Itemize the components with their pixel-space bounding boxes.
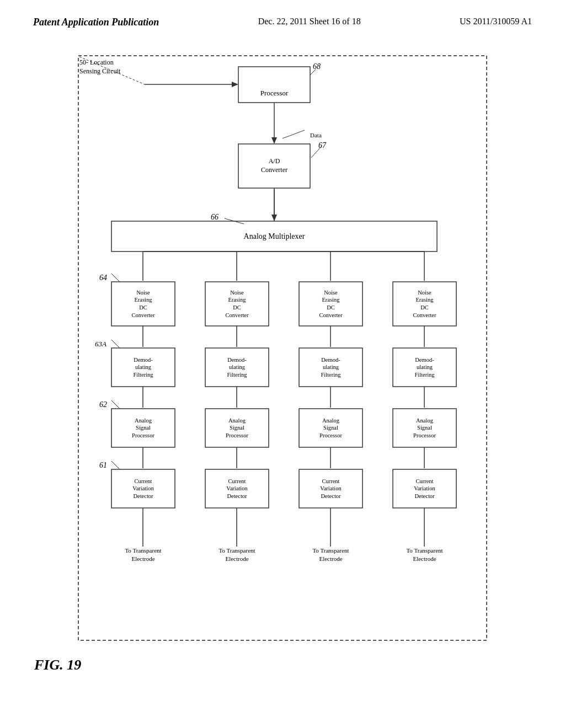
ref-63A: 63A: [95, 340, 106, 349]
electrode-col1: To TransparentElectrode: [109, 547, 178, 564]
cvd-col3: CurrentVariationDetector: [299, 469, 363, 508]
demod-col3: Demod-ulatingFiltering: [299, 348, 363, 387]
figure-label: FIG. 19: [34, 657, 81, 673]
patent-number: US 2011/310059 A1: [460, 17, 532, 26]
processor-block-label: Processor: [238, 75, 310, 111]
demod-col2: Demod-ulatingFiltering: [205, 348, 269, 387]
noise-erasing-col4: NoiseErasingDCConverter: [393, 282, 456, 326]
ad-converter-block-label: A/DConverter: [238, 144, 310, 188]
demod-col4: Demod-ulatingFiltering: [393, 348, 456, 387]
sheet-info: Dec. 22, 2011 Sheet 16 of 18: [258, 17, 361, 26]
electrode-col3: To TransparentElectrode: [296, 547, 365, 564]
analog-mux-text: Analog Multiplexer: [244, 232, 305, 241]
ref-68: 68: [313, 62, 321, 71]
ref-66: 66: [211, 213, 218, 222]
electrode-col2: To TransparentElectrode: [202, 547, 271, 564]
main-content: FIG. 19: [0, 34, 565, 718]
ref-67: 67: [318, 141, 326, 150]
ref-50-label: 50- LocationSensing Circuit: [79, 58, 120, 76]
asp-col3: AnalogSignalProcessor: [299, 409, 363, 447]
svg-marker-21: [271, 137, 277, 144]
svg-line-56: [111, 461, 120, 469]
cvd-col2: CurrentVariationDetector: [205, 469, 269, 508]
svg-line-54: [111, 340, 120, 348]
asp-col4: AnalogSignalProcessor: [393, 409, 456, 447]
asp-col2: AnalogSignalProcessor: [205, 409, 269, 447]
svg-line-55: [111, 400, 120, 409]
figure-container: FIG. 19: [34, 50, 531, 690]
svg-marker-47: [232, 82, 238, 87]
svg-line-53: [111, 274, 120, 282]
cvd-col1: CurrentVariationDetector: [111, 469, 175, 508]
ref-62: 62: [99, 400, 107, 409]
publication-title: Patent Application Publication: [33, 17, 159, 28]
cvd-col4: CurrentVariationDetector: [393, 469, 456, 508]
data-label: Data: [310, 132, 322, 138]
noise-erasing-col2: NoiseErasingDCConverter: [205, 282, 269, 326]
ref-64: 64: [99, 274, 107, 282]
ref-61: 61: [99, 461, 107, 470]
analog-mux-label: Analog Multiplexer: [111, 221, 437, 251]
svg-marker-23: [271, 215, 277, 221]
noise-erasing-col1: NoiseErasingDCConverter: [111, 282, 175, 326]
noise-erasing-col3: NoiseErasingDCConverter: [299, 282, 363, 326]
asp-col1: AnalogSignalProcessor: [111, 409, 175, 447]
electrode-col4: To TransparentElectrode: [390, 547, 459, 564]
page-header: Patent Application Publication Dec. 22, …: [0, 0, 565, 34]
demod-col1: Demod-ulatingFiltering: [111, 348, 175, 387]
svg-line-49: [282, 130, 305, 138]
